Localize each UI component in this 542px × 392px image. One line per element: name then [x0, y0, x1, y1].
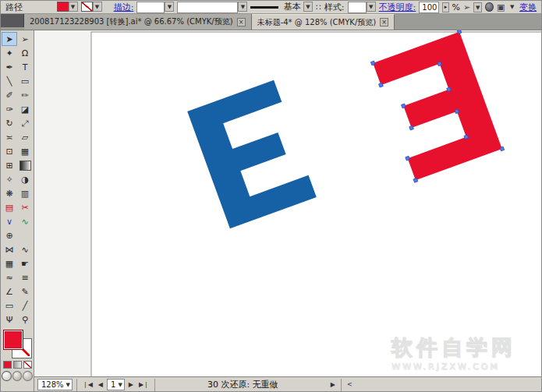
- recolor-artwork-icon[interactable]: ∷: [316, 2, 321, 12]
- artboard-tool[interactable]: ▤: [2, 200, 17, 214]
- anchor-point[interactable]: [370, 61, 375, 65]
- opacity-spinner[interactable]: ▸: [442, 2, 448, 12]
- anchor-point[interactable]: [379, 83, 384, 87]
- anchor-point[interactable]: [464, 135, 469, 139]
- zoom-tool[interactable]: ⚲: [17, 313, 33, 327]
- slice-tool[interactable]: ✂: [17, 200, 33, 214]
- shape-builder-tool[interactable]: ⊡: [2, 144, 17, 158]
- previous-artboard-button[interactable]: ◀: [97, 381, 105, 388]
- stroke-color-picker[interactable]: ▼: [81, 2, 102, 12]
- pen-tool[interactable]: ✒: [2, 60, 17, 74]
- blob-brush-tool[interactable]: ✑: [2, 102, 17, 116]
- column-graph-tool[interactable]: ▥: [17, 186, 33, 200]
- chevron-down-icon[interactable]: ▼: [238, 2, 247, 12]
- direct-selection-tool[interactable]: ➢: [17, 32, 33, 46]
- fill-stroke-indicator[interactable]: [3, 330, 31, 358]
- stroke-weight-stepper[interactable]: ▼: [136, 2, 174, 12]
- perspective-grid-tool[interactable]: ▦: [17, 144, 33, 158]
- chevron-down-icon[interactable]: ▼: [508, 2, 516, 12]
- anchor-point[interactable]: [413, 178, 418, 183]
- knife2-tool[interactable]: ╱: [17, 298, 33, 313]
- free-distort-tool[interactable]: ≈: [2, 270, 17, 284]
- width-tool[interactable]: ≍: [2, 130, 17, 144]
- chevron-down-icon[interactable]: ▼: [165, 2, 174, 12]
- next-artboard-button[interactable]: ▶: [127, 381, 135, 388]
- chevron-down-icon[interactable]: ▼: [93, 2, 102, 12]
- eraser-tool[interactable]: ◪: [17, 102, 33, 116]
- fill-color-picker[interactable]: ▼: [57, 2, 78, 12]
- opacity-panel-link[interactable]: 不透明度:: [379, 2, 416, 13]
- stroke-weight-field[interactable]: [136, 2, 165, 13]
- measure-tool[interactable]: ∠: [2, 284, 17, 298]
- artboard-number-select[interactable]: 1 ▼: [107, 379, 125, 390]
- mesh-tool[interactable]: ⊞: [2, 158, 17, 172]
- status-flyout-button[interactable]: ▶: [329, 381, 337, 388]
- color-button[interactable]: [3, 361, 12, 369]
- last-artboard-button[interactable]: ▶❘: [137, 381, 151, 388]
- gradient-button[interactable]: [13, 361, 22, 369]
- anchor-point[interactable]: [500, 147, 505, 151]
- anchor-point[interactable]: [455, 109, 459, 114]
- isolate-selection-icon[interactable]: ➢: [463, 2, 470, 12]
- rotate-tool[interactable]: ↻: [2, 116, 17, 130]
- tab-document-1[interactable]: 200817123228903 [转换].ai* @ 66.67% (CMYK/…: [24, 14, 252, 30]
- variable-width-field[interactable]: [177, 2, 238, 13]
- align-dialog-icon[interactable]: ▣: [497, 2, 505, 12]
- type-tool[interactable]: T: [17, 60, 33, 74]
- blend-tool[interactable]: ◑: [17, 172, 33, 186]
- anchor-point[interactable]: [447, 87, 452, 92]
- symbol-sprayer-tool[interactable]: ❋: [2, 186, 17, 200]
- paintbrush-tool[interactable]: ✐: [2, 88, 17, 102]
- style-select[interactable]: ▼: [348, 2, 376, 12]
- zoom-level-select[interactable]: 128% ▼: [37, 379, 73, 390]
- draw-normal-button[interactable]: [2, 371, 12, 381]
- close-icon[interactable]: ×: [380, 18, 388, 26]
- scissors-tool[interactable]: ∿: [17, 214, 33, 228]
- warp-tool[interactable]: ⋈: [2, 242, 17, 256]
- transform-panel-link[interactable]: 变换: [519, 2, 537, 13]
- lasso-tool[interactable]: Ω: [17, 46, 33, 60]
- anchor-point[interactable]: [437, 62, 442, 66]
- wrinkle-tool[interactable]: ∿: [17, 242, 33, 256]
- none-button[interactable]: [23, 361, 32, 369]
- eyedropper-tool[interactable]: ✧: [2, 172, 17, 186]
- stroke-panel-link[interactable]: 描边:: [114, 2, 134, 13]
- knife-tool[interactable]: ∨: [2, 214, 17, 228]
- pencil-tool[interactable]: ✏: [17, 88, 33, 102]
- draw-inside-button[interactable]: [23, 371, 33, 381]
- opacity-input[interactable]: 100: [419, 2, 439, 13]
- scale-tool[interactable]: ⤢: [17, 116, 33, 130]
- ruler-tool[interactable]: ✎: [17, 284, 33, 298]
- fill-indicator[interactable]: [3, 330, 23, 350]
- no-stroke-swatch[interactable]: [81, 2, 93, 12]
- chevron-down-icon[interactable]: ▼: [303, 2, 313, 12]
- magic-wand-tool[interactable]: ✦: [2, 46, 17, 60]
- hand-tool[interactable]: Ψ: [2, 313, 17, 327]
- style-field[interactable]: [348, 2, 367, 13]
- symbolism-tool[interactable]: ☛: [17, 256, 33, 270]
- chevron-down-icon[interactable]: ▼: [367, 2, 376, 12]
- draw-behind-button[interactable]: [12, 371, 23, 381]
- perspective-selection-tool[interactable]: ⊕: [2, 228, 17, 242]
- chevron-down-icon[interactable]: ▼: [69, 2, 78, 12]
- gradient-tool[interactable]: [17, 158, 33, 172]
- graph-tool[interactable]: ≡: [17, 270, 33, 284]
- free-transform-tool[interactable]: ▱: [17, 130, 33, 144]
- close-icon[interactable]: ×: [237, 18, 246, 26]
- artboard-rect-tool[interactable]: ▭: [2, 298, 17, 313]
- anchor-point[interactable]: [406, 156, 410, 161]
- fill-color-swatch[interactable]: [57, 2, 69, 12]
- first-artboard-button[interactable]: ❘◀: [81, 381, 94, 388]
- anchor-point[interactable]: [409, 125, 414, 130]
- environment-sphere-icon[interactable]: [485, 2, 494, 12]
- line-segment-tool[interactable]: ╲: [2, 74, 17, 88]
- variable-width-select[interactable]: ▼: [177, 2, 247, 12]
- anchor-point[interactable]: [402, 104, 406, 108]
- select-menu-chevron[interactable]: ▼: [473, 2, 482, 12]
- docked-panel-stub[interactable]: [1, 14, 24, 27]
- mesh-grid-tool[interactable]: ▦: [2, 256, 17, 270]
- canvas-area[interactable]: 软件自学网 WWW.RJZXW.COM: [34, 30, 541, 376]
- tab-document-2[interactable]: 未标题-4* @ 128% (CMYK/预览) ×: [252, 14, 395, 30]
- selection-tool[interactable]: ➤: [2, 32, 17, 46]
- scroll-left-hint[interactable]: <: [345, 381, 354, 388]
